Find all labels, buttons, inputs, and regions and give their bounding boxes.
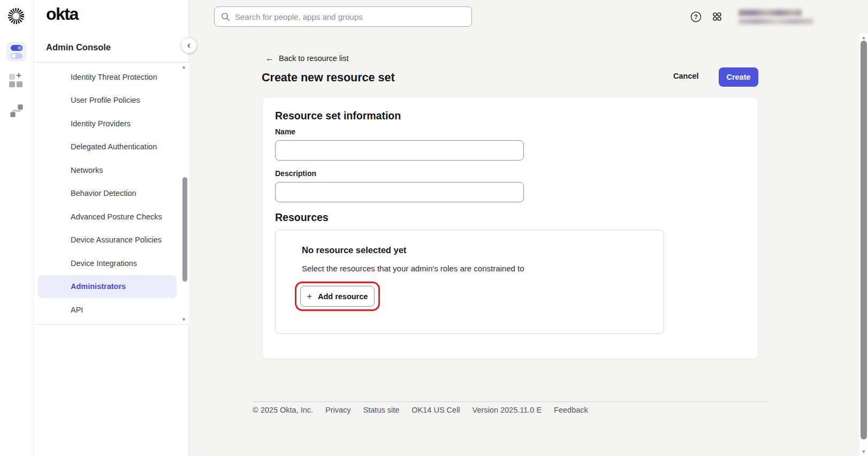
apps-grid-icon <box>712 11 722 22</box>
nav-scrollbar-thumb[interactable] <box>182 177 187 282</box>
scrollbar-thumb[interactable] <box>861 41 867 439</box>
sidebar-item-delegated-authentication[interactable]: Delegated Authentication <box>34 135 189 159</box>
footer-version-text: Version 2025.11.0 E <box>473 406 542 414</box>
sidebar-item-identity-threat-protection[interactable]: Identity Threat Protection <box>34 65 189 89</box>
toggle-off-icon <box>11 53 22 59</box>
global-search <box>214 6 472 27</box>
apps-menu-button[interactable] <box>711 10 724 23</box>
add-apps-icon[interactable]: + <box>9 73 24 88</box>
footer: © 2025 Okta, Inc. Privacy Status site OK… <box>253 406 588 414</box>
okta-wordmark: okta <box>46 4 78 24</box>
integrations-icon[interactable] <box>9 103 24 118</box>
nav-scroll-up-icon[interactable]: ▲ <box>181 64 186 70</box>
chevron-left-icon: ‹ <box>187 40 191 50</box>
sidebar-nav: ▲ Identity Threat Protection User Profil… <box>34 62 189 325</box>
resource-set-card: Resource set information Name Descriptio… <box>262 97 758 359</box>
user-account-menu[interactable] <box>738 10 813 24</box>
name-label: Name <box>275 127 295 136</box>
footer-divider <box>253 401 767 402</box>
help-icon: ? <box>690 11 702 22</box>
description-field[interactable] <box>275 182 524 202</box>
toggle-on-icon <box>11 45 22 51</box>
search-input[interactable] <box>235 12 465 21</box>
icon-rail: + <box>0 0 34 456</box>
footer-cell-text: OK14 US Cell <box>412 406 460 414</box>
admin-console-title: Admin Console <box>46 42 111 52</box>
nav-scroll-down-icon[interactable]: ▼ <box>181 317 186 322</box>
admin-console-toggle-icon[interactable] <box>6 42 26 62</box>
sidebar-collapse-button[interactable]: ‹ <box>181 38 196 53</box>
sidebar-item-advanced-posture-checks[interactable]: Advanced Posture Checks <box>34 205 189 229</box>
footer-link-status-site[interactable]: Status site <box>363 406 400 414</box>
svg-text:?: ? <box>694 13 697 21</box>
page-scrollbar: ▲ ▼ <box>859 33 868 456</box>
plus-icon: + <box>307 292 312 301</box>
description-label: Description <box>275 169 316 178</box>
add-resource-label: Add resource <box>318 292 368 301</box>
empty-state-subtitle: Select the resources that your admin's r… <box>302 264 524 273</box>
okta-spinner-logo <box>7 7 25 25</box>
sidebar-item-networks[interactable]: Networks <box>34 158 189 182</box>
back-to-resource-list-link[interactable]: ← Back to resource list <box>265 54 349 63</box>
footer-link-feedback[interactable]: Feedback <box>554 406 588 414</box>
page-title: Create new resource set <box>262 71 395 85</box>
empty-state-title: No resource selected yet <box>302 245 406 255</box>
annotation-highlight-ring: + Add resource <box>295 282 380 311</box>
scrollbar-down-icon[interactable]: ▼ <box>859 449 868 454</box>
resources-empty-panel: No resource selected yet Select the reso… <box>275 230 664 334</box>
create-button[interactable]: Create <box>719 67 758 87</box>
back-arrow-icon: ← <box>265 54 274 63</box>
scrollbar-up-icon[interactable]: ▲ <box>859 35 868 40</box>
cancel-button[interactable]: Cancel <box>673 72 699 80</box>
sidebar-item-identity-providers[interactable]: Identity Providers <box>34 112 189 135</box>
sidebar-item-device-integrations[interactable]: Device Integrations <box>34 252 189 275</box>
sidebar-item-behavior-detection[interactable]: Behavior Detection <box>34 182 189 206</box>
footer-link-privacy[interactable]: Privacy <box>325 406 351 414</box>
sidebar-item-api[interactable]: API <box>34 298 189 322</box>
topbar-right: ? <box>689 5 813 28</box>
resources-heading: Resources <box>275 211 329 224</box>
org-domain-redacted <box>738 19 813 24</box>
okta-admin-console: + okta Admin Console ▲ Identity Threat P… <box>0 0 868 456</box>
sidebar: okta Admin Console ▲ Identity Threat Pro… <box>34 0 189 456</box>
search-icon <box>221 12 230 21</box>
sidebar-item-device-assurance-policies[interactable]: Device Assurance Policies <box>34 229 189 252</box>
help-button[interactable]: ? <box>689 10 702 23</box>
name-field[interactable] <box>275 140 524 161</box>
user-name-redacted <box>738 10 802 16</box>
back-link-label: Back to resource list <box>279 54 349 63</box>
add-resource-button[interactable]: + Add resource <box>300 286 375 307</box>
sidebar-item-user-profile-policies[interactable]: User Profile Policies <box>34 89 189 112</box>
copyright-text: © 2025 Okta, Inc. <box>253 406 313 414</box>
resource-set-information-heading: Resource set information <box>275 110 401 122</box>
sidebar-item-administrators[interactable]: Administrators <box>38 275 177 299</box>
